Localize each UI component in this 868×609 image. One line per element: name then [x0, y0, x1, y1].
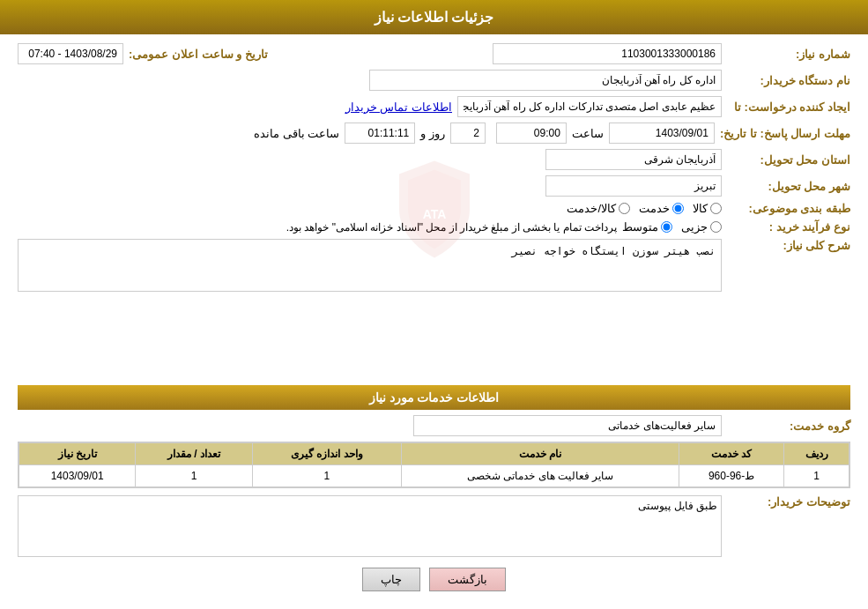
radio-khedmat-label: خدمت — [639, 202, 670, 215]
announcement-input[interactable] — [18, 43, 123, 64]
need-number-label: شماره نیاز: — [727, 48, 850, 61]
radio-jozyi-label: جزیی — [681, 220, 708, 234]
contact-link[interactable]: اطلاعات تماس خریدار — [345, 100, 452, 114]
requester-row: ایجاد کننده درخواست: تا اطلاعات تماس خری… — [18, 96, 850, 117]
cell-row: 1 — [784, 465, 849, 487]
cell-date: 1403/09/01 — [19, 465, 136, 487]
page-title: جزئیات اطلاعات نیاز — [375, 10, 494, 25]
buyer-org-label: نام دستگاه خریدار: — [727, 74, 850, 87]
buttons-row: بازگشت چاپ — [18, 568, 850, 591]
radio-kala-input[interactable] — [710, 203, 722, 214]
table-row: 1 ط-96-960 سایر فعالیت های خدماتی شخصی 1… — [19, 465, 849, 487]
days-input[interactable] — [450, 123, 486, 144]
radio-kala-label: کالا — [693, 202, 708, 215]
print-button[interactable]: چاپ — [362, 568, 420, 591]
deadline-row: مهلت ارسال پاسخ: تا تاریخ: ساعت روز و سا… — [18, 123, 850, 144]
back-button[interactable]: بازگشت — [429, 568, 506, 591]
purchase-type-row: نوع فرآیند خرید : جزیی متوسط پرداخت تمام… — [18, 220, 850, 234]
service-group-label: گروه خدمت: — [727, 420, 850, 433]
service-group-row: گروه خدمت: — [18, 415, 850, 436]
cell-count: 1 — [136, 465, 252, 487]
radio-kala-khedmat-input[interactable] — [619, 203, 630, 214]
city-label: شهر محل تحویل: — [727, 180, 850, 193]
province-input[interactable] — [545, 149, 722, 170]
radio-jozyi: جزیی — [681, 220, 722, 234]
table-header-row: ردیف کد خدمت نام خدمت واحد اندازه گیری ت… — [19, 443, 849, 465]
buyer-desc-row: توضیحات خریدار: — [18, 495, 850, 557]
category-row: طبقه بندی موضوعی: کالا خدمت کالا/خدمت — [18, 202, 850, 215]
remaining-label: ساعت باقی مانده — [254, 127, 339, 140]
deadline-time-input[interactable] — [496, 123, 567, 144]
cell-name: سایر فعالیت های خدماتی شخصی — [402, 465, 679, 487]
days-suffix: روز و — [420, 127, 445, 140]
purchase-type-radio-group: جزیی متوسط — [622, 220, 722, 234]
buyer-org-row: نام دستگاه خریدار: — [18, 70, 850, 91]
services-table-container: ردیف کد خدمت نام خدمت واحد اندازه گیری ت… — [18, 442, 850, 488]
city-input[interactable] — [545, 175, 722, 197]
province-row: استان محل تحویل: — [18, 149, 850, 170]
requester-input[interactable] — [457, 96, 722, 117]
radio-kala-khedmat-label: کالا/خدمت — [567, 202, 616, 215]
radio-motovaset: متوسط — [622, 220, 672, 234]
announcement-label: تاریخ و ساعت اعلان عمومی: — [129, 48, 268, 61]
col-code: کد خدمت — [679, 443, 783, 465]
deadline-date-input[interactable] — [609, 123, 715, 144]
city-row: شهر محل تحویل: — [18, 175, 850, 197]
radio-khedmat-input[interactable] — [672, 203, 684, 214]
need-number-input[interactable] — [493, 43, 722, 64]
col-name: نام خدمت — [402, 443, 679, 465]
radio-motovaset-input[interactable] — [661, 221, 672, 233]
need-description-row: شرح کلی نیاز: — [18, 239, 850, 292]
cell-code: ط-96-960 — [679, 465, 783, 487]
page-header: جزئیات اطلاعات نیاز — [0, 0, 868, 34]
requester-label: ایجاد کننده درخواست: تا — [727, 100, 850, 114]
col-count: تعداد / مقدار — [136, 443, 252, 465]
cell-unit: 1 — [252, 465, 401, 487]
need-number-row: شماره نیاز: تاریخ و ساعت اعلان عمومی: — [18, 43, 850, 64]
col-row: ردیف — [784, 443, 849, 465]
services-table: ردیف کد خدمت نام خدمت واحد اندازه گیری ت… — [19, 442, 849, 487]
purchase-type-label: نوع فرآیند خرید : — [727, 220, 850, 234]
reply-deadline-label: مهلت ارسال پاسخ: تا تاریخ: — [720, 127, 850, 140]
category-radio-group: کالا خدمت کالا/خدمت — [567, 202, 722, 215]
buyer-org-input[interactable] — [369, 70, 722, 91]
radio-motovaset-label: متوسط — [622, 220, 658, 234]
col-date: تاریخ نیاز — [19, 443, 136, 465]
buyer-desc-label: توضیحات خریدار: — [727, 495, 850, 509]
time-label: ساعت — [572, 127, 604, 140]
services-section-header: اطلاعات خدمات مورد نیاز — [18, 385, 850, 410]
purchase-note: پرداخت تمام یا بخشی از مبلغ خریدار از مح… — [286, 221, 617, 234]
category-label: طبقه بندی موضوعی: — [727, 202, 850, 215]
radio-kala: کالا — [693, 202, 722, 215]
province-label: استان محل تحویل: — [727, 153, 850, 167]
col-unit: واحد اندازه گیری — [252, 443, 401, 465]
service-group-input[interactable] — [413, 415, 722, 436]
radio-khedmat: خدمت — [639, 202, 684, 215]
remaining-input[interactable] — [345, 123, 415, 144]
need-description-label: شرح کلی نیاز: — [727, 239, 850, 252]
radio-kala-khedmat: کالا/خدمت — [567, 202, 630, 215]
need-description-textarea[interactable] — [18, 239, 722, 292]
buyer-desc-textarea[interactable] — [18, 495, 722, 557]
radio-jozyi-input[interactable] — [710, 221, 722, 233]
